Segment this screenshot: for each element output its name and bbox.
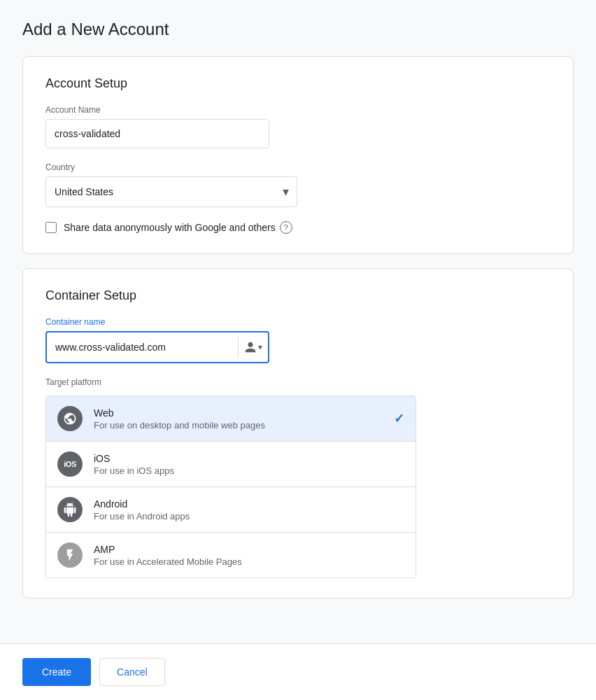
person-dropdown-button[interactable]: ▾ <box>238 337 268 358</box>
android-icon <box>63 503 77 517</box>
container-name-group: Container name ▾ <box>45 317 551 363</box>
globe-icon <box>63 412 77 426</box>
amp-icon <box>63 548 77 562</box>
container-name-input-wrapper: ▾ <box>45 331 269 363</box>
platform-option-amp[interactable]: AMP For use in Accelerated Mobile Pages <box>46 533 416 578</box>
account-name-input[interactable] <box>45 119 269 148</box>
dropdown-arrow-icon: ▾ <box>258 342 262 352</box>
country-group: Country United States Canada United King… <box>45 162 551 207</box>
web-check-icon: ✓ <box>394 411 404 426</box>
android-platform-desc: For use in Android apps <box>94 511 404 522</box>
amp-platform-desc: For use in Accelerated Mobile Pages <box>94 556 404 567</box>
page-title: Add a New Account <box>22 20 574 39</box>
account-setup-title: Account Setup <box>45 76 551 91</box>
target-platform-label: Target platform <box>45 377 551 387</box>
web-platform-name: Web <box>94 407 394 419</box>
container-setup-card: Container Setup Container name ▾ Target … <box>22 268 574 598</box>
share-data-checkbox[interactable] <box>45 222 57 233</box>
help-icon[interactable]: ? <box>280 221 292 234</box>
ios-platform-icon: iOS <box>57 451 83 477</box>
create-button[interactable]: Create <box>22 658 91 686</box>
account-setup-card: Account Setup Account Name Country Unite… <box>22 56 574 254</box>
web-platform-icon <box>57 406 83 431</box>
amp-platform-info: AMP For use in Accelerated Mobile Pages <box>94 544 404 567</box>
web-platform-info: Web For use on desktop and mobile web pa… <box>94 407 394 430</box>
account-name-group: Account Name <box>45 105 551 148</box>
amp-platform-name: AMP <box>94 544 404 555</box>
page-container: Add a New Account Account Setup Account … <box>0 0 596 668</box>
android-platform-info: Android For use in Android apps <box>94 498 404 522</box>
container-name-label: Container name <box>45 317 551 327</box>
ios-platform-info: iOS For use in iOS apps <box>94 453 404 476</box>
platform-options-list: Web For use on desktop and mobile web pa… <box>45 396 416 578</box>
ios-platform-desc: For use in iOS apps <box>94 465 404 476</box>
person-icon <box>244 341 257 354</box>
container-name-input[interactable] <box>47 332 238 362</box>
country-label: Country <box>45 162 551 172</box>
account-name-label: Account Name <box>45 105 551 115</box>
android-platform-name: Android <box>94 498 404 510</box>
footer-buttons: Create Cancel <box>0 643 596 700</box>
ios-platform-name: iOS <box>94 453 404 464</box>
platform-option-web[interactable]: Web For use on desktop and mobile web pa… <box>46 396 416 442</box>
container-setup-title: Container Setup <box>45 288 551 303</box>
country-select[interactable]: United States Canada United Kingdom Aust… <box>45 176 297 207</box>
platform-option-android[interactable]: Android For use in Android apps <box>46 487 416 533</box>
amp-platform-icon <box>57 542 83 568</box>
share-data-row: Share data anonymously with Google and o… <box>45 221 551 234</box>
target-platform-group: Target platform Web For use on desktop a… <box>45 377 551 578</box>
web-platform-desc: For use on desktop and mobile web pages <box>94 420 394 430</box>
share-data-label: Share data anonymously with Google and o… <box>64 221 292 234</box>
platform-option-ios[interactable]: iOS iOS For use in iOS apps <box>46 442 416 487</box>
android-platform-icon <box>57 497 83 522</box>
country-select-wrapper: United States Canada United Kingdom Aust… <box>45 176 297 207</box>
cancel-button[interactable]: Cancel <box>99 658 165 686</box>
